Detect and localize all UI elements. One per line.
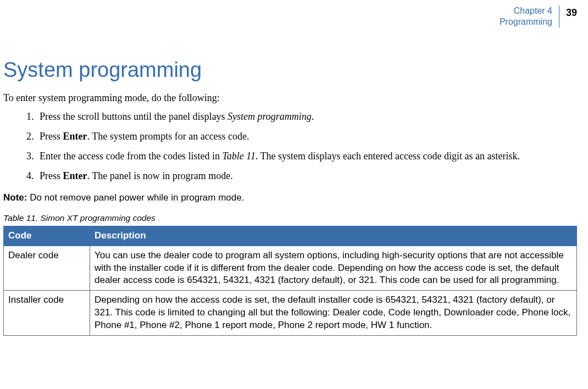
header-chapter-block: Chapter 4 Programming [500,5,559,27]
codes-table: Code Description Dealer code You can use… [3,226,577,336]
step-1: Press the scroll buttons until the panel… [36,109,577,124]
document-page: Chapter 4 Programming 39 System programm… [0,0,588,347]
header-separator [559,5,559,27]
step-1-text-a: Press the scroll buttons until the panel… [40,111,228,122]
section-label: Programming [500,16,552,27]
step-1-text-b: . [312,111,314,122]
chapter-label: Chapter 4 [500,5,552,16]
step-3-text-a: Enter the access code from the codes lis… [40,151,222,162]
note-text: Do not remove panel power while in progr… [27,192,244,203]
cell-code: Dealer code [4,246,90,291]
step-1-italic: System programming [228,111,312,122]
step-2-text-b: . The system prompts for an access code. [87,131,249,142]
step-4-text-b: . The panel is now in program mode. [87,170,233,181]
note-label: Note: [3,192,27,203]
cell-description: You can use the dealer code to program a… [90,246,577,291]
intro-paragraph: To enter system programming mode, do the… [3,91,577,105]
table-row: Installer code Depending on how the acce… [4,291,577,336]
table-header-code: Code [4,226,90,246]
step-4-text-a: Press [40,170,63,181]
cell-description: Depending on how the access code is set,… [90,291,577,336]
steps-list: Press the scroll buttons until the panel… [3,109,577,183]
page-number: 39 [566,5,577,20]
table-header-row: Code Description [4,226,577,246]
cell-code: Installer code [4,291,90,336]
note-block: Note: Do not remove panel power while in… [3,191,577,205]
step-2-bold: Enter [63,131,87,142]
table-header-description: Description [90,226,577,246]
step-3: Enter the access code from the codes lis… [36,149,577,163]
page-header: Chapter 4 Programming 39 [3,5,577,27]
table-row: Dealer code You can use the dealer code … [4,246,577,291]
step-4-bold: Enter [63,170,87,181]
table-caption: Table 11. Simon XT programming codes [3,212,577,224]
page-title: System programming [3,55,577,85]
step-3-italic: Table 11 [222,151,256,162]
step-2-text-a: Press [40,131,63,142]
step-4: Press Enter. The panel is now in program… [36,169,577,183]
step-2: Press Enter. The system prompts for an a… [36,129,577,143]
step-3-text-b: . The system displays each entered acces… [256,151,520,162]
